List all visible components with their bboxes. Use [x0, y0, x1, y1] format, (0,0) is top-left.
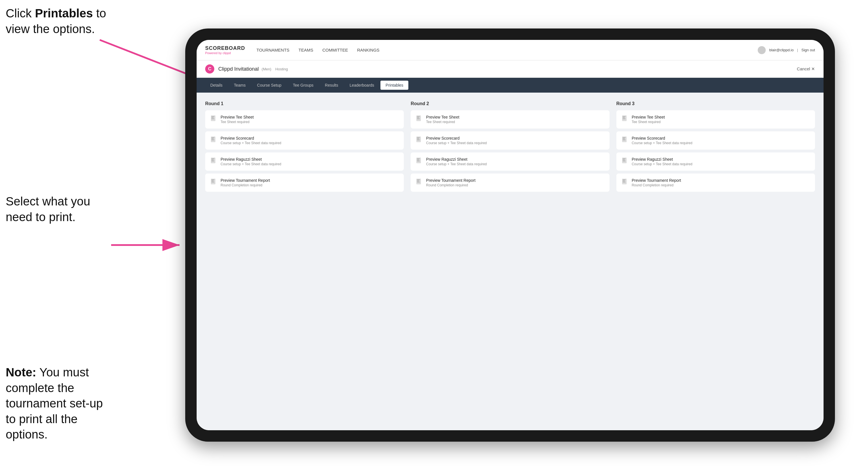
cancel-button[interactable]: Cancel ✕ [797, 66, 815, 71]
tab-leaderboards[interactable]: Leaderboards [344, 81, 379, 90]
svg-rect-6 [212, 117, 214, 118]
svg-rect-35 [417, 182, 420, 182]
round-1-scorecard[interactable]: Preview Scorecard Course setup + Tee She… [205, 131, 404, 150]
round-3-scorecard-content: Preview Scorecard Course setup + Tee She… [632, 136, 692, 145]
round-2-scorecard[interactable]: Preview Scorecard Course setup + Tee She… [411, 131, 609, 150]
nav-teams[interactable]: TEAMS [299, 46, 313, 54]
round-1-raguzzi-title: Preview Raguzzi Sheet [221, 157, 281, 161]
round-3-scorecard-subtitle: Course setup + Tee Sheet data required [632, 141, 692, 145]
printables-bold: Printables [35, 6, 93, 20]
nav-committee[interactable]: COMMITTEE [322, 46, 348, 54]
round-3-tournament-report[interactable]: Preview Tournament Report Round Completi… [616, 174, 815, 192]
round-3-tee-sheet[interactable]: Preview Tee Sheet Tee Sheet required [616, 110, 815, 128]
round-1-scorecard-content: Preview Scorecard Course setup + Tee She… [221, 136, 281, 145]
round-1-tournament-report[interactable]: Preview Tournament Report Round Completi… [205, 174, 404, 192]
tab-results[interactable]: Results [320, 81, 343, 90]
round-3-tee-sheet-content: Preview Tee Sheet Tee Sheet required [632, 115, 665, 124]
svg-rect-29 [417, 158, 420, 159]
round-2-tee-sheet[interactable]: Preview Tee Sheet Tee Sheet required [411, 110, 609, 128]
round-1-column: Round 1 Preview Tee Sheet Tee Sheet requ… [205, 101, 404, 195]
round-2-scorecard-content: Preview Scorecard Course setup + Tee She… [426, 136, 487, 145]
svg-rect-7 [212, 119, 214, 119]
round-2-tournament-report[interactable]: Preview Tournament Report Round Completi… [411, 174, 609, 192]
round-1-raguzzi[interactable]: Preview Raguzzi Sheet Course setup + Tee… [205, 152, 404, 171]
svg-rect-30 [417, 160, 419, 160]
svg-rect-9 [212, 137, 214, 138]
round-3-raguzzi-title: Preview Raguzzi Sheet [632, 157, 692, 161]
round-2-report-subtitle: Round Completion required [426, 183, 475, 187]
sign-out-link[interactable]: Sign out [801, 48, 815, 52]
svg-rect-45 [623, 158, 625, 159]
round-3-scorecard[interactable]: Preview Scorecard Course setup + Tee She… [616, 131, 815, 150]
tab-printables[interactable]: Printables [380, 81, 408, 90]
tournament-status: Hosting [275, 67, 288, 71]
round-3-tee-sheet-title: Preview Tee Sheet [632, 115, 665, 119]
svg-rect-22 [417, 117, 419, 118]
instruction-top-text: Click Printables to view the options. [6, 6, 106, 36]
round-2-raguzzi-title: Preview Raguzzi Sheet [426, 157, 487, 161]
note-bold: Note: [6, 366, 36, 379]
svg-rect-37 [623, 116, 625, 117]
tournament-badge: (Men) [261, 67, 271, 71]
tab-details[interactable]: Details [205, 81, 228, 90]
instruction-middle: Select what you need to print. [6, 194, 114, 225]
round-1-tee-sheet-content: Preview Tee Sheet Tee Sheet required [221, 115, 254, 124]
top-nav: SCOREBOARD Powered by clippd TOURNAMENTS… [197, 40, 824, 60]
round-1-report-subtitle: Round Completion required [221, 183, 270, 187]
round-1-tee-sheet[interactable]: Preview Tee Sheet Tee Sheet required [205, 110, 404, 128]
svg-rect-49 [623, 180, 625, 180]
round-3-report-content: Preview Tournament Report Round Completi… [632, 178, 681, 187]
svg-rect-18 [212, 181, 214, 181]
round-3-column: Round 3 Preview Tee Sheet Tee Sheet requ… [616, 101, 815, 195]
round-1-scorecard-subtitle: Course setup + Tee Sheet data required [221, 141, 281, 145]
nav-separator: | [797, 48, 798, 52]
document-icon [621, 115, 628, 123]
round-1-report-content: Preview Tournament Report Round Completi… [221, 178, 270, 187]
rounds-grid: Round 1 Preview Tee Sheet Tee Sheet requ… [205, 101, 815, 195]
tab-tee-groups[interactable]: Tee Groups [288, 81, 318, 90]
svg-rect-41 [623, 137, 625, 138]
document-icon [416, 179, 423, 187]
svg-rect-33 [417, 180, 420, 180]
svg-rect-19 [212, 182, 214, 182]
round-2-tee-sheet-content: Preview Tee Sheet Tee Sheet required [426, 115, 459, 124]
round-1-tee-sheet-title: Preview Tee Sheet [221, 115, 254, 119]
svg-rect-39 [623, 119, 625, 119]
round-1-scorecard-title: Preview Scorecard [221, 136, 281, 141]
svg-rect-21 [417, 116, 420, 117]
svg-rect-5 [212, 116, 214, 117]
logo-sub: Powered by clippd [205, 51, 245, 55]
top-nav-right: blair@clippd.io | Sign out [758, 46, 815, 54]
round-1-raguzzi-content: Preview Raguzzi Sheet Course setup + Tee… [221, 157, 281, 166]
tab-course-setup[interactable]: Course Setup [252, 81, 287, 90]
round-2-column: Round 2 Preview Tee Sheet Tee Sheet requ… [411, 101, 609, 195]
svg-rect-51 [623, 182, 625, 182]
round-3-raguzzi[interactable]: Preview Raguzzi Sheet Course setup + Tee… [616, 152, 815, 171]
main-content: Round 1 Preview Tee Sheet Tee Sheet requ… [197, 93, 824, 430]
nav-rankings[interactable]: RANKINGS [357, 46, 379, 54]
tab-teams[interactable]: Teams [229, 81, 251, 90]
top-nav-user: blair@clippd.io [769, 48, 793, 52]
sub-nav: Details Teams Course Setup Tee Groups Re… [197, 78, 824, 93]
document-icon [210, 179, 217, 187]
document-icon [621, 179, 628, 187]
round-2-raguzzi-subtitle: Course setup + Tee Sheet data required [426, 162, 487, 166]
round-2-title: Round 2 [411, 101, 609, 106]
svg-rect-34 [417, 181, 419, 181]
round-3-tee-sheet-subtitle: Tee Sheet required [632, 120, 665, 124]
round-3-raguzzi-content: Preview Raguzzi Sheet Course setup + Tee… [632, 157, 692, 166]
document-icon [416, 158, 423, 165]
round-2-raguzzi[interactable]: Preview Raguzzi Sheet Course setup + Tee… [411, 152, 609, 171]
instruction-top: Click Printables to view the options. [6, 6, 114, 37]
round-3-report-title: Preview Tournament Report [632, 178, 681, 183]
round-1-raguzzi-subtitle: Course setup + Tee Sheet data required [221, 162, 281, 166]
nav-tournaments[interactable]: TOURNAMENTS [256, 46, 289, 54]
document-icon [621, 158, 628, 165]
svg-rect-14 [212, 160, 214, 160]
round-2-scorecard-title: Preview Scorecard [426, 136, 487, 141]
svg-rect-38 [623, 117, 625, 118]
svg-rect-13 [212, 158, 214, 159]
round-3-scorecard-title: Preview Scorecard [632, 136, 692, 141]
svg-rect-11 [212, 139, 214, 140]
instruction-middle-text: Select what you need to print. [6, 195, 90, 224]
